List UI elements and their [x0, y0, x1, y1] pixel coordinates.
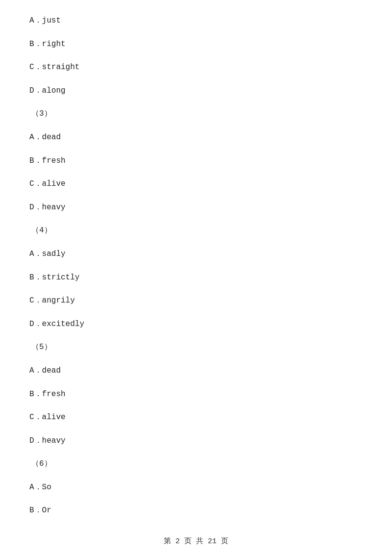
- list-item: D．excitedly: [29, 318, 363, 331]
- list-item: D．along: [29, 85, 363, 98]
- section-label-4: （4）: [29, 225, 363, 237]
- list-item: C．alive: [29, 178, 363, 191]
- section-label-5: （5）: [29, 341, 363, 354]
- list-item: A．So: [29, 481, 363, 494]
- list-item: D．heavy: [29, 202, 363, 214]
- list-item: C．angrily: [29, 295, 363, 307]
- list-item: A．sadly: [29, 248, 363, 261]
- list-item: B．right: [29, 38, 363, 51]
- section-label-6: （6）: [29, 458, 363, 471]
- list-item: A．just: [29, 15, 363, 27]
- list-item: C．alive: [29, 411, 363, 424]
- list-item: B．Or: [29, 505, 363, 517]
- question-6-options: A．So B．Or: [29, 481, 363, 517]
- list-item: B．fresh: [29, 388, 363, 401]
- question-3-options: A．dead B．fresh C．alive D．heavy: [29, 131, 363, 214]
- list-item: B．strictly: [29, 272, 363, 284]
- question-2-options: A．just B．right C．straight D．along: [29, 15, 363, 97]
- question-5-options: A．dead B．fresh C．alive D．heavy: [29, 365, 363, 447]
- list-item: B．fresh: [29, 155, 363, 168]
- list-item: C．straight: [29, 61, 363, 74]
- section-label-3: （3）: [29, 108, 363, 121]
- page-footer: 第 2 页 共 21 页: [0, 536, 392, 546]
- list-item: A．dead: [29, 131, 363, 144]
- list-item: D．heavy: [29, 435, 363, 448]
- page-content: A．just B．right C．straight D．along （3） A．…: [0, 0, 392, 555]
- question-4-options: A．sadly B．strictly C．angrily D．excitedly: [29, 248, 363, 330]
- list-item: A．dead: [29, 365, 363, 378]
- page-number-text: 第 2 页 共 21 页: [164, 537, 228, 546]
